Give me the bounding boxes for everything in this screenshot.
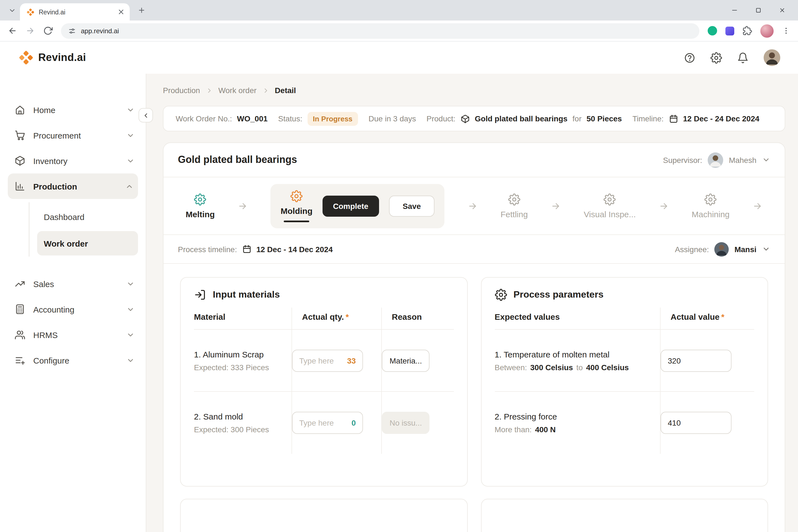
brand-logo[interactable]: Revind.ai (19, 51, 86, 65)
url-text: app.revind.ai (81, 27, 119, 35)
complete-button[interactable]: Complete (323, 195, 379, 216)
calculator-icon (14, 304, 25, 315)
input-materials-panel: Input materials Material Actual qty.* Re… (180, 277, 468, 487)
browser-tab[interactable]: Revind.ai (20, 3, 130, 20)
required-marker: * (721, 312, 725, 321)
save-button[interactable]: Save (389, 195, 435, 216)
actual-qty-input-box: 0 (292, 412, 363, 434)
supervisor-dropdown[interactable]: Supervisor: Mahesh (663, 152, 770, 168)
quantity-value: 50 Pieces (587, 114, 622, 123)
actual-qty-input[interactable] (299, 356, 345, 365)
users-icon (14, 329, 25, 340)
new-tab-icon[interactable] (137, 6, 146, 14)
breadcrumb-detail: Detail (275, 86, 296, 95)
browser-menu-icon[interactable] (782, 26, 790, 35)
next-section-card (481, 499, 768, 532)
gear-icon (495, 289, 507, 301)
panels-area: Input materials Material Actual qty.* Re… (164, 264, 785, 532)
product-value: Gold plated ball bearings (475, 114, 568, 123)
forward-icon[interactable] (25, 26, 35, 36)
window-minimize-icon[interactable] (731, 7, 738, 14)
actual-qty-input-box: 33 (292, 349, 363, 372)
browser-toolbar: app.revind.ai (0, 20, 798, 41)
header-actions (684, 49, 780, 66)
material-expected: Expected: 300 Pieces (194, 425, 269, 434)
sidebar-item-sales[interactable]: Sales (0, 271, 146, 297)
actual-value-cell (660, 392, 754, 454)
step-label: Machining (691, 209, 729, 218)
step-machining[interactable]: Machining (691, 193, 729, 218)
sidebar-item-label: Sales (33, 279, 54, 288)
chevron-down-icon (126, 280, 135, 288)
sidebar-item-label: HRMS (33, 330, 58, 339)
gear-icon (290, 190, 303, 202)
parameter-name: 2. Pressing force (495, 412, 557, 421)
step-visual-inspection[interactable]: Visual Inspe... (584, 193, 636, 218)
panel-title: Input materials (213, 289, 280, 300)
breadcrumb-work-order[interactable]: Work order (218, 86, 256, 95)
tab-close-icon[interactable] (117, 8, 125, 16)
back-icon[interactable] (8, 26, 17, 36)
browser-profile-avatar[interactable] (760, 24, 774, 37)
sidebar-item-dashboard[interactable]: Dashboard (37, 205, 138, 229)
sidebar-item-inventory[interactable]: Inventory (0, 148, 146, 173)
actual-qty-cell: 33 (291, 330, 381, 392)
address-bar[interactable]: app.revind.ai (61, 23, 699, 39)
calendar-icon (669, 114, 678, 123)
sidebar-subitem-label: Dashboard (44, 212, 84, 222)
detail-card-header: Gold plated ball bearings Supervisor: Ma… (164, 143, 785, 177)
user-avatar[interactable] (764, 49, 780, 66)
step-molding[interactable]: Molding (281, 190, 312, 222)
brand-name: Revind.ai (38, 52, 86, 64)
help-icon[interactable] (684, 52, 696, 63)
sidebar-item-home[interactable]: Home (0, 97, 146, 122)
timeline-label: Timeline: (632, 114, 664, 123)
calendar-icon (242, 244, 251, 254)
sidebar-item-production[interactable]: Production (8, 173, 138, 199)
window-close-icon[interactable] (779, 7, 786, 14)
sidebar-item-procurement[interactable]: Procurement (0, 122, 146, 148)
site-info-icon[interactable] (68, 27, 76, 35)
sidebar-item-hrms[interactable]: HRMS (0, 322, 146, 347)
tab-search-icon[interactable] (8, 6, 16, 14)
chevron-down-icon (126, 356, 135, 364)
window-maximize-icon[interactable] (755, 7, 762, 14)
material-row: 1. Aluminum Scrap Expected: 333 Pieces (194, 330, 291, 392)
work-order-summary-bar: Work Order No.: WO_001 Status: In Progre… (163, 106, 785, 131)
step-label: Molding (281, 206, 312, 215)
sidebar-item-accounting[interactable]: Accounting (0, 297, 146, 322)
sidebar-item-work-order[interactable]: Work order (37, 231, 138, 255)
extension-icon-2[interactable] (725, 26, 734, 35)
actual-value-input[interactable] (661, 349, 732, 372)
extension-icon-1[interactable] (708, 26, 717, 36)
reason-button[interactable]: Materia... (382, 349, 430, 372)
breadcrumb-production[interactable]: Production (163, 86, 200, 95)
reload-icon[interactable] (43, 26, 53, 36)
column-header-material: Material (194, 307, 291, 330)
parameter-row: 1. Temperature of molten metal Between: … (495, 330, 660, 392)
chevron-down-icon (762, 156, 770, 164)
reason-cell: No issu... (381, 392, 454, 454)
main-content: Production Work order Detail Work Order … (146, 74, 798, 532)
process-timeline-row: Process timeline: 12 Dec - 14 Dec 2024 A… (164, 235, 785, 264)
step-fettling[interactable]: Fettling (500, 193, 528, 218)
extensions-puzzle-icon[interactable] (743, 26, 752, 36)
sidebar-item-configure[interactable]: Configure (0, 347, 146, 373)
column-header-reason: Reason (381, 307, 454, 330)
brand-logo-icon (19, 51, 33, 65)
material-expected: Expected: 333 Pieces (194, 363, 269, 372)
notifications-bell-icon[interactable] (737, 52, 749, 63)
tab-title: Revind.ai (39, 8, 113, 15)
for-text: for (572, 114, 582, 123)
step-melting[interactable]: Melting (186, 193, 215, 218)
assignee-avatar (715, 242, 729, 256)
chevron-down-icon (126, 305, 135, 314)
trending-up-icon (14, 278, 25, 289)
settings-gear-icon[interactable] (710, 52, 722, 63)
sidebar-collapse-button[interactable] (138, 108, 153, 122)
required-marker: * (345, 312, 349, 321)
configure-list-icon (14, 355, 25, 366)
assignee-dropdown[interactable]: Assignee: Mansi (675, 242, 770, 256)
actual-value-input[interactable] (661, 412, 732, 434)
actual-qty-input[interactable] (299, 418, 349, 427)
